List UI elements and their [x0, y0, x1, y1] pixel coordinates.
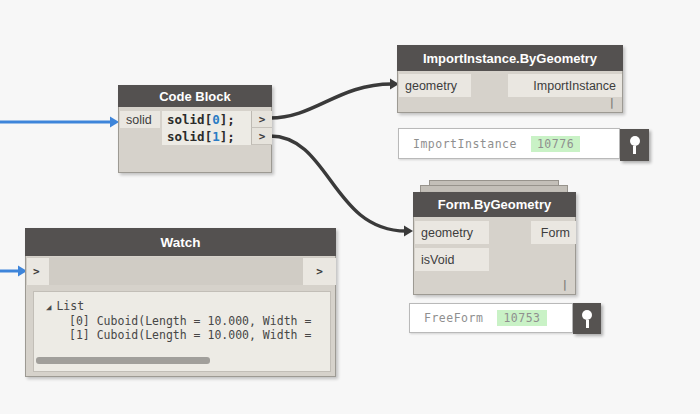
watch-list-root[interactable]: ◢List: [34, 292, 330, 314]
watch-list-panel[interactable]: ◢List [0] Cuboid(Length = 10.000, Width …: [33, 291, 331, 372]
code-text: solid[: [167, 129, 212, 144]
watch-list-item: [1] Cuboid(Length = 10.000, Width =: [34, 328, 330, 343]
watch-output-port[interactable]: >: [303, 258, 336, 285]
code-number: 1: [212, 129, 220, 144]
lacing-indicator[interactable]: |: [561, 278, 568, 291]
code-editor[interactable]: solid[0]; solid[1];: [162, 111, 251, 145]
code-text: ];: [220, 129, 235, 144]
preview-value-chip: 10753: [497, 310, 546, 326]
output-port-solid0[interactable]: >: [251, 111, 272, 128]
node-form-bygeometry[interactable]: Form.ByGeometry geometry isVoid Form |: [413, 192, 576, 295]
output-port-form[interactable]: Form: [531, 221, 576, 244]
code-line: solid[1];: [162, 128, 251, 145]
watch-list-item: [0] Cuboid(Length = 10.000, Width =: [34, 314, 330, 329]
pin-preview-button[interactable]: [573, 303, 601, 334]
code-line: solid[0];: [162, 111, 251, 128]
node-code-block[interactable]: Code Block solid solid[0]; solid[1]; > >: [118, 85, 272, 173]
output-port-solid1[interactable]: >: [251, 128, 272, 145]
code-text: solid[: [167, 112, 212, 127]
output-port-importinstance[interactable]: ImportInstance: [508, 74, 622, 97]
node-importinstance-bygeometry[interactable]: ImportInstance.ByGeometry geometry Impor…: [397, 45, 623, 113]
input-port-isvoid[interactable]: isVoid: [415, 248, 489, 271]
watch-root-label: List: [56, 299, 84, 313]
code-block-title[interactable]: Code Block: [118, 85, 272, 107]
horizontal-scrollbar-thumb[interactable]: [36, 357, 210, 364]
pin-preview-button[interactable]: [620, 129, 649, 161]
watch-port-row: [26, 257, 335, 285]
code-text: ];: [220, 112, 235, 127]
pin-icon: [630, 136, 640, 146]
watch-title[interactable]: Watch: [25, 228, 336, 256]
preview-label: ImportInstance: [413, 137, 517, 151]
preview-bubble-freeform[interactable]: FreeForm 10753: [409, 303, 573, 333]
form-title[interactable]: Form.ByGeometry: [413, 192, 576, 217]
preview-label: FreeForm: [424, 311, 483, 325]
importinstance-title[interactable]: ImportInstance.ByGeometry: [397, 45, 623, 71]
code-number: 0: [212, 112, 220, 127]
wire-input-to-watch[interactable]: [0, 266, 27, 277]
pin-icon: [582, 310, 592, 320]
wire-codeblock-to-form[interactable]: [270, 136, 413, 237]
preview-bubble-importinstance[interactable]: ImportInstance 10776: [398, 128, 620, 159]
pin-icon-stem: [633, 146, 636, 154]
wire-input-to-codeblock[interactable]: [0, 117, 119, 128]
input-port-geometry[interactable]: geometry: [415, 221, 489, 244]
dynamo-graph-canvas[interactable]: Code Block solid solid[0]; solid[1]; > >…: [0, 0, 700, 414]
wire-codeblock-to-importinstance[interactable]: [270, 79, 399, 119]
expander-icon[interactable]: ◢: [46, 300, 51, 315]
lacing-indicator[interactable]: |: [608, 96, 615, 109]
preview-value-chip: 10776: [531, 136, 580, 152]
watch-input-port[interactable]: >: [27, 258, 49, 285]
node-watch[interactable]: Watch > > ◢List [0] Cuboid(Length = 10.0…: [25, 228, 336, 377]
pin-icon-stem: [586, 320, 589, 328]
input-port-solid[interactable]: solid: [120, 111, 160, 128]
input-port-geometry[interactable]: geometry: [399, 74, 471, 97]
